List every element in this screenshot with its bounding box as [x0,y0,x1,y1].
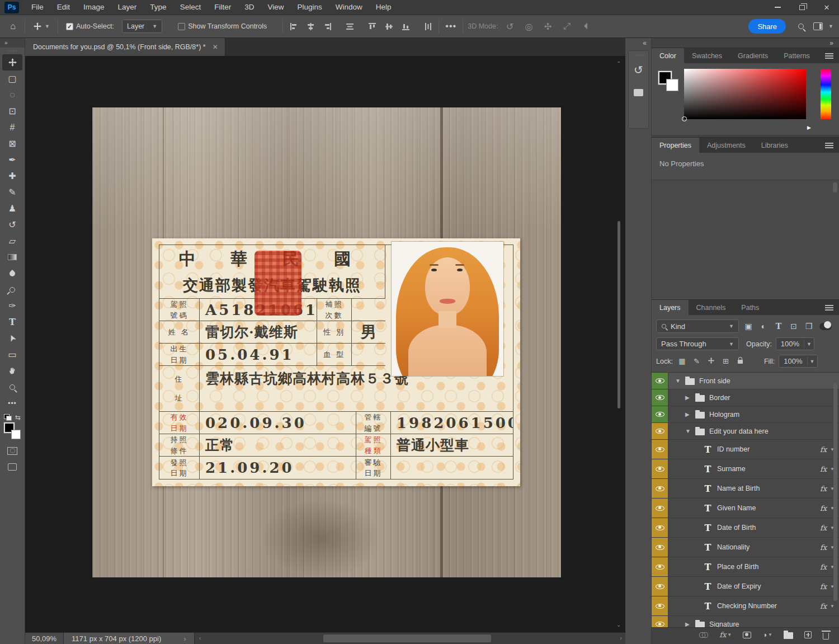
tab-color[interactable]: Color [652,48,684,63]
layers-scrollbar[interactable] [833,375,838,621]
3d-pan-icon[interactable]: ✣ [540,21,555,32]
visibility-toggle[interactable] [652,479,668,498]
collapse-chevron-icon[interactable]: ▼ [685,428,691,434]
restore-button[interactable] [790,0,814,15]
crop-tool[interactable]: # [2,119,22,135]
path-selection-tool[interactable]: ➤ [2,330,22,346]
hand-tool[interactable] [2,363,22,379]
fx-badge[interactable]: fx [820,543,827,552]
zoom-level-field[interactable]: 50,09% [25,633,64,644]
document-tab[interactable]: Documents for you.psd @ 50,1% (Front sid… [25,38,225,56]
align-top-button[interactable] [366,20,378,32]
clone-stamp-tool[interactable]: ♟ [2,200,22,217]
auto-select-target-dropdown[interactable]: Layer ▼ [122,20,162,33]
panel-menu-icon[interactable] [825,300,839,315]
dodge-tool[interactable] [2,281,22,298]
minimize-button[interactable] [765,0,790,15]
color-field-cursor[interactable] [682,116,687,121]
visibility-toggle[interactable] [652,389,668,406]
canvas-horizontal-scrollbar[interactable]: ‹ › [195,633,625,644]
tab-close-icon[interactable]: ✕ [213,43,218,51]
menu-item-file[interactable]: File [25,0,50,15]
align-right-button[interactable] [321,20,333,32]
tab-adjustments[interactable]: Adjustments [699,138,753,153]
gradient-tool[interactable] [2,249,22,265]
filter-pixel-layers-icon[interactable]: ▣ [743,322,754,331]
zoom-tool[interactable] [2,379,22,395]
filter-toggle-switch[interactable] [819,323,832,330]
chevron-down-icon[interactable]: ▼ [808,359,817,364]
tab-libraries[interactable]: Libraries [753,138,796,153]
canvas-area[interactable]: 中 華 民 國 交通部製發汽車駕駛執照 駕照 號碼 A518210613 補照 … [25,56,625,632]
background-color-swatch[interactable] [11,430,21,439]
toolbar-expand-button[interactable]: » [0,38,25,48]
default-colors-icon[interactable] [4,414,12,421]
properties-scroll-thumb[interactable] [833,182,837,192]
rectangle-tool[interactable]: ▭ [2,346,22,363]
marquee-tool[interactable]: ▢ [2,70,22,87]
more-options-icon[interactable]: ••• [444,21,458,31]
type-tool[interactable]: T [2,314,22,330]
layer-row[interactable]: ▶Hologram [652,406,839,423]
fx-badge[interactable]: fx [820,445,827,454]
chevron-down-icon[interactable]: ▼ [828,23,833,29]
eraser-tool[interactable]: ▱ [2,233,22,249]
menu-item-view[interactable]: View [261,0,290,15]
menu-item-image[interactable]: Image [77,0,111,15]
visibility-toggle[interactable] [652,518,668,537]
layer-row[interactable]: TDate of Birthfx▼ [652,518,839,538]
auto-select-toggle[interactable]: ✓ Auto-Select: [63,18,117,34]
fx-badge[interactable]: fx [820,465,827,473]
status-expand-icon[interactable]: › [183,634,186,643]
quick-mask-button[interactable] [2,443,22,459]
panel-menu-icon[interactable] [825,138,839,153]
panel-menu-icon[interactable] [825,48,839,63]
fx-badge[interactable]: fx [820,504,827,513]
collapse-chevron-icon[interactable]: ▼ [675,378,681,384]
fx-badge[interactable]: fx [820,582,827,591]
visibility-toggle[interactable] [652,577,668,596]
layer-row[interactable]: TDate of Expiryfx▼ [652,577,839,596]
visibility-toggle[interactable] [652,423,668,439]
visibility-toggle[interactable] [652,538,668,557]
layer-row[interactable]: ▼Edit your data here [652,423,839,440]
expand-chevron-icon[interactable]: ▶ [685,411,691,417]
fill-input[interactable]: 100% ▼ [779,355,817,368]
layer-row[interactable]: TSurnamefx▼ [652,459,839,479]
filter-shape-layers-icon[interactable]: ⊡ [788,322,799,331]
workspace-icon[interactable] [812,20,824,32]
history-brush-tool[interactable]: ↺ [2,217,22,233]
menu-item-plugins[interactable]: Plugins [290,0,328,15]
document-image[interactable]: 中 華 民 國 交通部製發汽車駕駛執照 駕照 號碼 A518210613 補照 … [92,107,561,577]
vertical-scroll-thumb[interactable] [618,221,620,408]
frame-tool[interactable]: ⊠ [2,135,22,152]
layer-row[interactable]: TNationalityfx▼ [652,538,839,557]
object-selection-tool[interactable]: ⊡ [2,103,22,119]
lock-all-icon[interactable] [735,357,746,365]
3d-roll-icon[interactable]: ◎ [521,21,536,32]
visibility-toggle[interactable] [652,557,668,576]
tab-gradients[interactable]: Gradients [730,48,776,63]
3d-camera-icon[interactable]: ⏴ [578,21,593,31]
menu-item-help[interactable]: Help [369,0,398,15]
brush-tool[interactable]: ✎ [2,184,22,200]
layer-row[interactable]: TPlace of Birthfx▼ [652,557,839,577]
visibility-toggle[interactable] [652,459,668,478]
edit-toolbar-icon[interactable]: ••• [2,395,22,411]
visibility-toggle[interactable] [652,406,668,422]
move-tool[interactable] [2,54,22,70]
align-center-h-button[interactable] [304,20,317,32]
menu-item-filter[interactable]: Filter [208,0,238,15]
canvas-vertical-scrollbar[interactable]: ⌃ ⌄ [615,56,623,632]
align-center-v-button[interactable] [383,20,395,32]
layers-scroll-thumb[interactable] [833,383,837,601]
visibility-toggle[interactable] [652,499,668,518]
scroll-up-icon[interactable]: ⌃ [616,60,621,67]
hue-slider-arrow[interactable]: ▶ [807,125,811,130]
fx-badge[interactable]: fx [820,524,827,532]
scroll-down-icon[interactable]: ⌄ [616,622,621,628]
new-layer-icon[interactable] [804,631,812,638]
comments-panel-icon[interactable] [634,89,643,96]
history-panel-icon[interactable]: ↺ [634,63,643,77]
saturation-brightness-field[interactable] [684,69,806,119]
